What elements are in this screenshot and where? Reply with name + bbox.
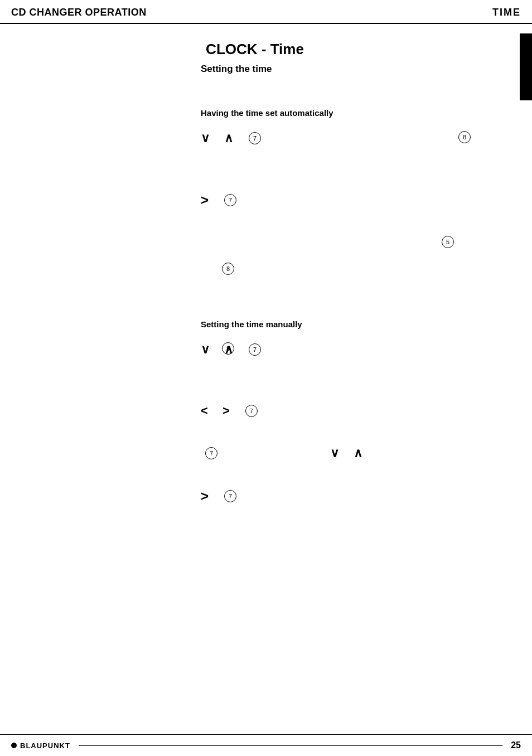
brand-logo: BLAUPUNKT — [11, 742, 70, 750]
badge-7-manual-4: 7 — [224, 490, 236, 502]
section-subtitle: Setting the time — [201, 64, 499, 75]
badge-8-top: 8 — [458, 131, 471, 143]
manual-step-1: 8 ∨ ∧ 7 — [201, 342, 499, 376]
badge-8-manual-top: 8 — [222, 342, 234, 355]
manual-section: Setting the time manually 8 ∨ ∧ 7 < > 7 … — [11, 319, 499, 504]
section-spacer — [11, 297, 499, 319]
page-number: 25 — [511, 740, 521, 750]
badge-7-manual-1: 7 — [249, 343, 261, 356]
auto-section-heading: Having the time set automatically — [201, 108, 499, 118]
arrows-down-up-1: ∨ ∧ — [201, 131, 239, 146]
badge-7-right-2: 7 — [224, 194, 236, 206]
auto-step-2: > 7 — [201, 192, 499, 208]
auto-step-3: 5 8 — [201, 236, 499, 275]
manual-section-heading: Setting the time manually — [201, 319, 499, 329]
brand-name: BLAUPUNKT — [20, 742, 70, 750]
auto-step-1-content: ∨ ∧ 7 — [201, 131, 499, 146]
manual-step-1-content: ∨ ∧ 7 — [201, 342, 499, 357]
manual-step-3: 7 ∨ ∧ — [201, 446, 368, 461]
page-title: CLOCK - Time — [11, 41, 499, 58]
header-left-title: CD CHANGER OPERATION — [11, 7, 147, 18]
auto-section: Having the time set automatically 8 ∨ ∧ … — [11, 108, 499, 275]
badge-7-right-1: 7 — [249, 132, 261, 144]
badge-7-manual-3-left: 7 — [205, 447, 217, 459]
footer-divider — [79, 745, 502, 746]
badge-8-bottom: 8 — [222, 263, 234, 275]
arrow-right-manual-4: > — [201, 488, 209, 504]
auto-step-1: 8 ∨ ∧ 7 — [201, 131, 499, 164]
badge-5-top: 5 — [442, 236, 454, 248]
manual-step-2: < > 7 — [201, 404, 499, 418]
arrows-left-right: < > — [201, 404, 235, 418]
page-footer: BLAUPUNKT 25 — [0, 734, 532, 756]
badge-7-manual-2: 7 — [245, 405, 258, 417]
header-right-title: TIME — [492, 7, 521, 18]
main-content: CLOCK - Time Setting the time Having the… — [0, 24, 532, 526]
manual-step-4: > 7 — [201, 488, 499, 504]
brand-dot — [11, 743, 17, 748]
arrows-down-up-manual-3: ∨ ∧ — [330, 446, 368, 461]
arrow-right-2: > — [201, 192, 209, 208]
page-header: CD CHANGER OPERATION TIME — [0, 0, 532, 24]
